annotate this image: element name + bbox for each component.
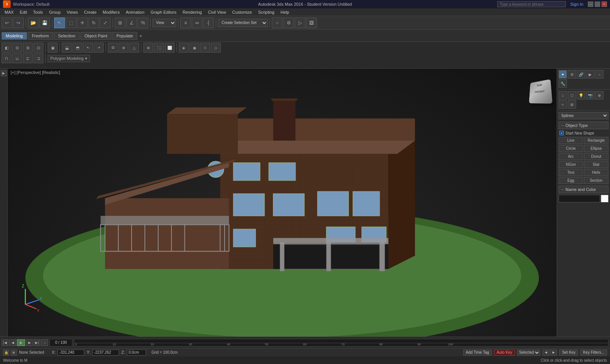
menu-tools[interactable]: Tools	[30, 9, 46, 15]
tool-14[interactable]: ⬛	[154, 43, 164, 53]
menu-customize[interactable]: Customize	[229, 9, 255, 15]
angle-snap[interactable]: ∠	[126, 18, 137, 28]
next-key-btn[interactable]: ▶	[550, 350, 557, 356]
menu-scripting[interactable]: Scripting	[255, 9, 278, 15]
tool-22[interactable]: ⊏	[23, 53, 33, 63]
ot-arc[interactable]: Arc	[559, 153, 583, 160]
object-type-header[interactable]: ─ Object Type	[559, 122, 608, 129]
snap-toggle[interactable]: ⊞	[115, 18, 125, 28]
tool-7[interactable]: ⬒	[72, 43, 82, 53]
tool-21[interactable]: ⊔	[12, 53, 22, 63]
tool-17[interactable]: ◉	[189, 43, 199, 53]
ot-circle[interactable]: Circle	[559, 145, 583, 152]
tool-2[interactable]: ⊟	[12, 43, 22, 53]
ot-donut[interactable]: Donut	[584, 153, 609, 160]
key-filters-btn[interactable]: Key Filters...	[580, 350, 607, 356]
menu-edit[interactable]: Edit	[17, 9, 30, 15]
ot-section[interactable]: Section	[584, 177, 609, 184]
tab-populate[interactable]: Populate	[112, 32, 137, 40]
tool-20[interactable]: ⊓	[2, 53, 11, 63]
tool-12[interactable]: △	[129, 43, 139, 53]
menu-civil-view[interactable]: Civil View	[205, 9, 229, 15]
go-end-btn[interactable]: ▶|	[34, 339, 40, 346]
scale-btn[interactable]: ⤢	[100, 18, 111, 28]
tool-5[interactable]: ▣	[48, 43, 58, 53]
geometry-icon[interactable]: □	[559, 91, 567, 99]
viewport-scene[interactable]: X Z Y	[8, 69, 557, 337]
coord-x-input[interactable]	[58, 350, 84, 356]
tool-23[interactable]: ⊐	[34, 53, 43, 63]
status-icon-1[interactable]: 🔒	[3, 350, 9, 356]
align-btn[interactable]: ┤	[203, 18, 214, 28]
minimize-button[interactable]: ─	[588, 2, 593, 7]
tool-16[interactable]: ◈	[179, 43, 189, 53]
select-region-btn[interactable]: ⬚	[66, 18, 76, 28]
cameras-icon[interactable]: 📷	[586, 91, 594, 99]
selected-dropdown[interactable]: Selected	[517, 350, 540, 356]
menu-group[interactable]: Group	[46, 9, 64, 15]
key-mode-btn[interactable]: ⬦	[41, 339, 48, 346]
play-btn[interactable]: ▶	[17, 339, 25, 346]
tab-freeform[interactable]: Freeform	[28, 32, 53, 40]
tool-8[interactable]: ⬑	[83, 43, 93, 53]
status-icon-2[interactable]: ⊕	[11, 350, 17, 356]
tab-selection[interactable]: Selection	[54, 32, 79, 40]
move-btn[interactable]: ✛	[77, 18, 88, 28]
redo-btn[interactable]: ↪	[13, 18, 24, 28]
ot-egg[interactable]: Egg	[559, 177, 583, 184]
tool-4[interactable]: ⊡	[34, 43, 43, 53]
start-new-shape-checkbox[interactable]: ✓	[559, 131, 564, 135]
menu-help[interactable]: Help	[278, 9, 292, 15]
modify-icon[interactable]: ⚙	[568, 70, 576, 79]
create-icon[interactable]: ✦	[559, 70, 567, 79]
tool-9[interactable]: ⬏	[94, 43, 104, 53]
ot-helix[interactable]: Helix	[584, 169, 609, 176]
close-button[interactable]: ✕	[602, 2, 607, 7]
extras-btn[interactable]: +	[140, 34, 142, 38]
menu-max[interactable]: MAX	[2, 9, 17, 15]
shapes-icon[interactable]: ⬡	[568, 91, 576, 99]
menu-views[interactable]: Views	[64, 9, 81, 15]
tool-6[interactable]: ⬓	[62, 43, 72, 53]
tab-object-paint[interactable]: Object Paint	[80, 32, 112, 40]
layer-manager[interactable]: ≡	[180, 18, 191, 28]
render-btn[interactable]: ▷	[295, 18, 305, 28]
ot-line[interactable]: Line	[559, 137, 583, 144]
menu-modifiers[interactable]: Modifiers	[100, 9, 123, 15]
material-editor[interactable]: ○	[272, 18, 283, 28]
menu-animation[interactable]: Animation	[123, 9, 148, 15]
polygon-modeling-label[interactable]: Polygon Modeling ▾	[48, 55, 90, 62]
open-file-btn[interactable]: 📂	[28, 18, 39, 28]
color-swatch[interactable]	[601, 195, 608, 202]
tool-11[interactable]: ⊕	[119, 43, 128, 53]
lights-icon[interactable]: 💡	[577, 91, 585, 99]
render-frame[interactable]: 🖼	[306, 18, 317, 28]
tool-15[interactable]: ⬜	[165, 43, 175, 53]
ot-ellipse[interactable]: Ellipse	[584, 145, 609, 152]
nav-cube[interactable]: TOP FRONT	[528, 80, 553, 105]
coord-y-input[interactable]	[92, 350, 119, 356]
menu-rendering[interactable]: Rendering	[180, 9, 205, 15]
tool-19[interactable]: ◇	[211, 43, 221, 53]
save-btn[interactable]: 💾	[39, 18, 50, 28]
select-btn[interactable]: ↖	[54, 18, 65, 28]
motion-icon[interactable]: ▶	[586, 70, 594, 79]
prev-key-btn[interactable]: ◀	[543, 350, 549, 356]
coord-z-input[interactable]	[127, 350, 146, 356]
undo-btn[interactable]: ↩	[2, 18, 12, 28]
ot-rectangle[interactable]: Rectangle	[584, 137, 609, 144]
maximize-button[interactable]: □	[595, 2, 600, 7]
selection-set-dropdown[interactable]: Create Selection Set	[218, 19, 268, 27]
search-input[interactable]	[497, 1, 566, 7]
render-setup[interactable]: ⚙	[283, 18, 294, 28]
tab-modeling[interactable]: Modeling	[2, 32, 27, 40]
name-and-color-header[interactable]: ─ Name and Color	[559, 186, 608, 193]
go-start-btn[interactable]: |◀	[2, 339, 8, 346]
add-time-tag-btn[interactable]: Add Time Tag	[463, 350, 492, 356]
ot-star[interactable]: Star	[584, 161, 609, 168]
left-panel-btn-1[interactable]: ▶	[1, 70, 7, 76]
tool-18[interactable]: ◊	[200, 43, 210, 53]
menu-graph-editors[interactable]: Graph Editors	[148, 9, 180, 15]
helpers-icon[interactable]: ⊕	[595, 91, 604, 99]
splines-dropdown[interactable]: Splines	[559, 112, 608, 119]
